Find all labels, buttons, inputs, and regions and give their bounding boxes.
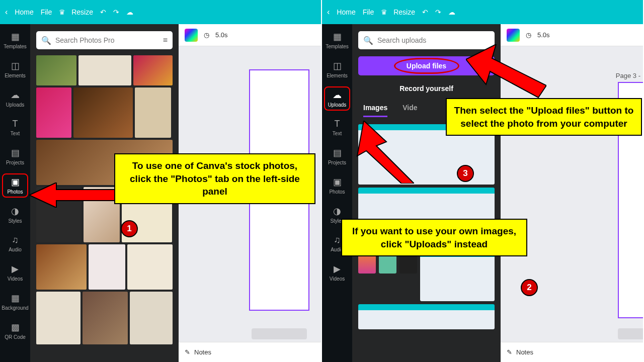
notes-icon: ✎ xyxy=(507,348,512,356)
duration-label[interactable]: 5.0s xyxy=(537,31,550,39)
back-button[interactable]: ‹ xyxy=(327,8,330,17)
duration-label[interactable]: 5.0s xyxy=(215,31,228,39)
nav-qr[interactable]: ▩QR Code xyxy=(3,320,27,342)
undo-button[interactable]: ↶ xyxy=(100,8,106,16)
tab-videos[interactable]: Vide xyxy=(403,104,417,117)
page-label: Page 3 - xyxy=(616,72,640,79)
clock-icon: ◷ xyxy=(526,31,531,39)
svg-marker-2 xyxy=(357,121,414,184)
file-menu[interactable]: File xyxy=(363,8,374,16)
timeline-strip[interactable] xyxy=(618,328,644,339)
cloud-status[interactable]: ☁ xyxy=(126,8,133,16)
styles-icon: ◑ xyxy=(333,206,341,217)
nav-templates[interactable]: ▦Templates xyxy=(3,29,27,51)
search-input[interactable] xyxy=(377,36,490,44)
resize-menu[interactable]: ♛ Resize xyxy=(59,8,93,16)
undo-button[interactable]: ↶ xyxy=(422,8,428,16)
upload-thumb[interactable] xyxy=(358,304,495,329)
elements-icon: ◫ xyxy=(11,60,20,71)
upload-thumb[interactable] xyxy=(420,251,495,301)
svg-marker-1 xyxy=(466,44,546,98)
nav-photos[interactable]: ▣Photos xyxy=(325,174,349,197)
nav-photos[interactable]: ▣Photos xyxy=(3,174,27,197)
elements-icon: ◫ xyxy=(333,60,342,71)
nav-uploads[interactable]: ☁Uploads xyxy=(3,87,27,110)
photo-thumb[interactable] xyxy=(133,55,173,85)
badge-1: 1 xyxy=(121,220,138,237)
search-input[interactable] xyxy=(55,36,159,44)
nav-uploads[interactable]: ☁Uploads xyxy=(325,87,349,110)
nav-text[interactable]: TText xyxy=(3,117,27,138)
callout-3: Then select the "Upload files" button to… xyxy=(446,98,642,136)
topbar: ‹ Home File ♛ Resize ↶ ↷ ☁ xyxy=(322,0,643,24)
nav-templates[interactable]: ▦Templates xyxy=(325,29,349,51)
cloud-icon: ☁ xyxy=(448,8,455,16)
uploads-icon: ☁ xyxy=(11,89,20,101)
canvas-toolbar: ◷ 5.0s xyxy=(501,24,643,46)
templates-icon: ▦ xyxy=(333,31,342,42)
cloud-status[interactable]: ☁ xyxy=(448,8,455,16)
canvas-toolbar: ◷ 5.0s xyxy=(179,24,321,46)
text-icon: T xyxy=(335,119,340,129)
search-icon: 🔍 xyxy=(363,36,373,45)
search-icon: 🔍 xyxy=(41,36,51,45)
nav-text[interactable]: TText xyxy=(325,117,349,138)
badge-3: 3 xyxy=(457,165,474,182)
cloud-icon: ☁ xyxy=(126,8,133,16)
photo-thumb[interactable] xyxy=(73,87,133,138)
photo-thumb[interactable] xyxy=(135,87,171,138)
notes-bar[interactable]: ✎Notes xyxy=(501,342,643,362)
nav-styles[interactable]: ◑Styles xyxy=(3,204,27,226)
annotation-oval xyxy=(394,58,459,74)
nav-elements[interactable]: ◫Elements xyxy=(325,58,349,80)
nav-videos[interactable]: ▶Videos xyxy=(325,261,349,284)
side-nav: ▦Templates ◫Elements ☁Uploads TText ▤Pro… xyxy=(0,24,30,362)
home-link[interactable]: Home xyxy=(15,8,33,16)
undo-icon: ↶ xyxy=(422,8,428,16)
notes-icon: ✎ xyxy=(185,348,190,356)
notes-bar[interactable]: ✎Notes xyxy=(179,342,321,362)
qr-icon: ▩ xyxy=(11,322,20,333)
text-icon: T xyxy=(13,119,18,129)
tab-images[interactable]: Images xyxy=(363,104,387,117)
crown-icon: ♛ xyxy=(381,8,387,16)
nav-projects[interactable]: ▤Projects xyxy=(325,145,349,167)
timeline-strip[interactable] xyxy=(252,328,307,339)
redo-button[interactable]: ↷ xyxy=(435,8,441,16)
videos-icon: ▶ xyxy=(12,263,19,275)
file-menu[interactable]: File xyxy=(41,8,52,16)
photo-thumb[interactable] xyxy=(36,244,87,290)
nav-elements[interactable]: ◫Elements xyxy=(3,58,27,80)
photos-icon: ▣ xyxy=(333,176,342,188)
resize-menu[interactable]: ♛ Resize xyxy=(381,8,415,16)
topbar: ‹ Home File ♛ Resize ↶ ↷ ☁ xyxy=(0,0,321,24)
home-link[interactable]: Home xyxy=(337,8,355,16)
crown-icon: ♛ xyxy=(59,8,65,16)
photo-thumb[interactable] xyxy=(36,55,76,85)
clock-icon: ◷ xyxy=(204,31,209,39)
photo-thumb[interactable] xyxy=(130,292,173,344)
undo-icon: ↶ xyxy=(100,8,106,16)
back-button[interactable]: ‹ xyxy=(5,8,8,17)
svg-marker-0 xyxy=(29,183,115,208)
right-screenshot: ‹ Home File ♛ Resize ↶ ↷ ☁ ▦Templates ◫E… xyxy=(322,0,644,362)
background-color-button[interactable] xyxy=(185,29,198,42)
badge-2: 2 xyxy=(521,279,538,296)
photos-icon: ▣ xyxy=(11,176,20,188)
nav-background[interactable]: ▦Background xyxy=(3,291,27,313)
photo-thumb[interactable] xyxy=(83,292,128,344)
photo-thumb[interactable] xyxy=(78,55,131,85)
photo-thumb[interactable] xyxy=(36,292,80,344)
photo-thumb[interactable] xyxy=(127,244,173,290)
search-bar[interactable]: 🔍 ≡ xyxy=(36,31,173,49)
nav-audio[interactable]: ♫Audio xyxy=(3,233,27,254)
redo-button[interactable]: ↷ xyxy=(113,8,119,16)
callout-2: If you want to use your own images, clic… xyxy=(341,219,527,256)
filter-icon[interactable]: ≡ xyxy=(163,36,168,45)
photo-thumb[interactable] xyxy=(36,87,71,138)
background-color-button[interactable] xyxy=(507,29,520,42)
nav-projects[interactable]: ▤Projects xyxy=(3,145,27,167)
nav-videos[interactable]: ▶Videos xyxy=(3,261,27,284)
photo-thumb[interactable] xyxy=(89,244,125,290)
callout-1: To use one of Canva's stock photos, clic… xyxy=(114,153,315,204)
